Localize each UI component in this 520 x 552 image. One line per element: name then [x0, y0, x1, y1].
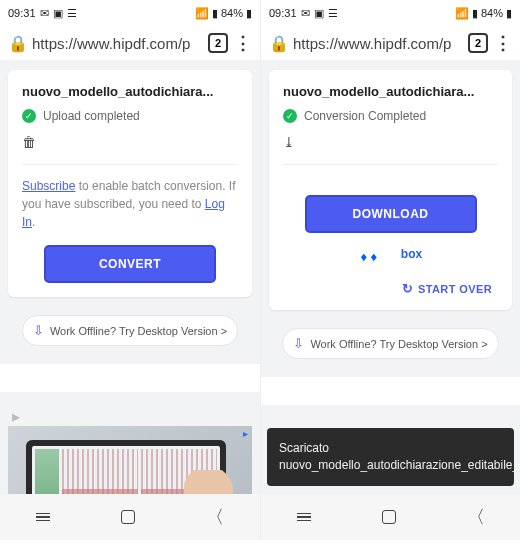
- download-snackbar: Scaricato nuovo_modello_autodichiarazion…: [267, 428, 514, 486]
- divider: [22, 164, 238, 165]
- page-content: nuovo_modello_autodichiara... ✓ Upload c…: [0, 60, 260, 540]
- desktop-text: Work Offline? Try Desktop Version >: [310, 338, 487, 350]
- desktop-version-pill[interactable]: ⇩ Work Offline? Try Desktop Version >: [282, 328, 498, 359]
- lock-icon: 🔒: [8, 34, 28, 53]
- nav-recent-button[interactable]: [297, 513, 311, 522]
- reload-icon: ↻: [402, 281, 413, 296]
- battery-pct: 84%: [481, 7, 503, 19]
- status-time: 09:31: [8, 7, 36, 19]
- tab-switcher[interactable]: 2: [468, 33, 488, 53]
- menu-dots-icon[interactable]: ⋮: [494, 32, 512, 54]
- upload-status-text: Upload completed: [43, 109, 140, 123]
- chat-icon: ☰: [328, 7, 338, 20]
- url-text: https://www.hipdf.com/p: [32, 35, 202, 52]
- desktop-version-pill[interactable]: ⇩ Work Offline? Try Desktop Version >: [22, 315, 238, 346]
- signal-icon: ▮: [472, 7, 478, 20]
- download-button[interactable]: DOWNLOAD: [305, 195, 477, 233]
- snackbar-text: Scaricato nuovo_modello_autodichiarazion…: [279, 440, 520, 474]
- phone-left: 09:31 ✉ ▣ ☰ 📶 ▮ 84% ▮ 🔒 https://www.hipd…: [0, 0, 260, 540]
- battery-icon: ▮: [246, 7, 252, 20]
- status-time: 09:31: [269, 7, 297, 19]
- signal-icon: ▮: [212, 7, 218, 20]
- check-icon: ✓: [22, 109, 36, 123]
- nav-home-button[interactable]: [382, 510, 396, 524]
- menu-dots-icon[interactable]: ⋮: [234, 32, 252, 54]
- chat-icon: ☰: [67, 7, 77, 20]
- trash-icon[interactable]: 🗑: [22, 134, 36, 150]
- dropbox-icon[interactable]: ⬧⬧: [359, 247, 379, 265]
- status-bar: 09:31 ✉ ▣ ☰ 📶 ▮ 84% ▮: [0, 0, 260, 26]
- cloud-row: ⬧⬧ box: [283, 247, 498, 265]
- browser-url-bar[interactable]: 🔒 https://www.hipdf.com/p 2 ⋮: [0, 26, 260, 60]
- wifi-icon: 📶: [195, 7, 209, 20]
- battery-pct: 84%: [221, 7, 243, 19]
- camera-icon: ▣: [53, 7, 63, 20]
- wifi-icon: 📶: [455, 7, 469, 20]
- phone-right: 09:31 ✉ ▣ ☰ 📶 ▮ 84% ▮ 🔒 https://www.hipd…: [260, 0, 520, 540]
- check-icon: ✓: [283, 109, 297, 123]
- subscribe-link[interactable]: Subscribe: [22, 179, 75, 193]
- android-nav-bar: 〈: [0, 494, 260, 540]
- nav-recent-button[interactable]: [36, 513, 50, 522]
- status-bar: 09:31 ✉ ▣ ☰ 📶 ▮ 84% ▮: [261, 0, 520, 26]
- desktop-text: Work Offline? Try Desktop Version >: [50, 325, 227, 337]
- whatsapp-icon: ✉: [40, 7, 49, 20]
- start-over-button[interactable]: ↻ START OVER: [283, 265, 498, 296]
- download-small-icon[interactable]: ⤓: [283, 134, 295, 150]
- battery-icon: ▮: [506, 7, 512, 20]
- camera-icon: ▣: [314, 7, 324, 20]
- nav-home-button[interactable]: [121, 510, 135, 524]
- android-nav-bar: 〈: [261, 494, 520, 540]
- divider: [283, 164, 498, 165]
- file-card: nuovo_modello_autodichiara... ✓ Conversi…: [269, 70, 512, 310]
- upload-status-row: ✓ Upload completed: [22, 109, 238, 123]
- file-name: nuovo_modello_autodichiara...: [283, 84, 498, 99]
- lock-icon: 🔒: [269, 34, 289, 53]
- whatsapp-icon: ✉: [301, 7, 310, 20]
- file-name: nuovo_modello_autodichiara...: [22, 84, 238, 99]
- desktop-icon: ⇩: [293, 336, 304, 351]
- nav-back-button[interactable]: 〈: [206, 505, 224, 529]
- box-link[interactable]: box: [401, 247, 422, 265]
- conversion-status-row: ✓ Conversion Completed: [283, 109, 498, 123]
- batch-text: Subscribe to enable batch conversion. If…: [22, 177, 238, 231]
- ad-marker-icon: ▸: [243, 428, 248, 439]
- url-text: https://www.hipdf.com/p: [293, 35, 462, 52]
- conversion-status-text: Conversion Completed: [304, 109, 426, 123]
- file-card: nuovo_modello_autodichiara... ✓ Upload c…: [8, 70, 252, 297]
- desktop-icon: ⇩: [33, 323, 44, 338]
- tab-switcher[interactable]: 2: [208, 33, 228, 53]
- nav-back-button[interactable]: 〈: [467, 505, 485, 529]
- ad-toggle-icon[interactable]: ▸: [8, 410, 252, 422]
- browser-url-bar[interactable]: 🔒 https://www.hipdf.com/p 2 ⋮: [261, 26, 520, 60]
- convert-button[interactable]: CONVERT: [44, 245, 217, 283]
- start-over-text: START OVER: [418, 283, 492, 295]
